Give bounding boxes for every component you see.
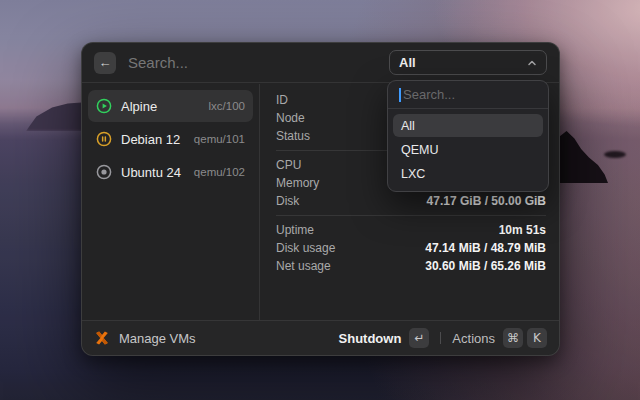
vm-name: Ubuntu 24	[121, 165, 181, 180]
proxmox-icon	[94, 330, 110, 346]
search-input[interactable]: Search...	[128, 54, 188, 71]
filter-popover: Search... All QEMU LXC	[387, 80, 549, 192]
detail-label: Uptime	[276, 223, 314, 237]
filter-option-lxc[interactable]: LXC	[393, 162, 543, 185]
detail-group-divider	[276, 215, 546, 216]
detail-label: Node	[276, 111, 305, 125]
play-circle-icon	[96, 98, 112, 114]
filter-search-input[interactable]: Search...	[388, 81, 548, 109]
primary-action-button[interactable]: Shutdown	[339, 331, 402, 346]
filter-dropdown-trigger[interactable]: All	[389, 50, 547, 75]
detail-value: 10m 51s	[499, 223, 546, 237]
detail-value: 30.60 MiB / 65.26 MiB	[425, 259, 546, 273]
list-item-ubuntu[interactable]: Ubuntu 24 qemu/102	[88, 156, 253, 188]
detail-row-disk-usage: Disk usage 47.14 MiB / 48.79 MiB	[276, 239, 546, 257]
footer-actions: Shutdown ↵ Actions ⌘ K	[339, 328, 547, 348]
pause-circle-icon	[96, 131, 112, 147]
option-label: All	[401, 119, 415, 133]
detail-label: ID	[276, 93, 288, 107]
header-bar: ← Search... All	[82, 43, 559, 83]
return-key-badge: ↵	[409, 328, 429, 348]
vm-id-accessory: lxc/100	[209, 100, 245, 112]
back-button[interactable]: ←	[94, 52, 116, 74]
vm-list: Alpine lxc/100 Debian 12 qemu/101 Ubuntu…	[82, 84, 259, 320]
stop-circle-icon	[96, 164, 112, 180]
option-label: QEMU	[401, 143, 439, 157]
actions-menu-button[interactable]: Actions	[452, 331, 495, 346]
detail-label: CPU	[276, 158, 301, 172]
cmd-key-badge: ⌘	[503, 328, 523, 348]
app-title: Manage VMs	[119, 331, 196, 346]
list-item-alpine[interactable]: Alpine lxc/100	[88, 90, 253, 122]
filter-options: All QEMU LXC	[388, 109, 548, 191]
text-caret	[399, 88, 401, 102]
detail-row-net-usage: Net usage 30.60 MiB / 65.26 MiB	[276, 257, 546, 275]
footer-divider	[440, 332, 441, 344]
filter-search-placeholder: Search...	[403, 87, 455, 102]
chevron-up-icon	[527, 58, 537, 68]
filter-option-all[interactable]: All	[393, 114, 543, 137]
detail-row-disk: Disk 47.17 GiB / 50.00 GiB	[276, 192, 546, 210]
filter-selected-value: All	[399, 55, 416, 70]
detail-row-uptime: Uptime 10m 51s	[276, 221, 546, 239]
vm-id-accessory: qemu/102	[194, 166, 245, 178]
launcher-window: ← Search... All Alpine lxc/100	[81, 42, 560, 356]
detail-label: Disk	[276, 194, 299, 208]
detail-value: 47.14 MiB / 48.79 MiB	[425, 241, 546, 255]
option-label: LXC	[401, 167, 425, 181]
detail-label: Status	[276, 129, 310, 143]
vm-id-accessory: qemu/101	[194, 133, 245, 145]
k-key-badge: K	[527, 328, 547, 348]
list-item-debian[interactable]: Debian 12 qemu/101	[88, 123, 253, 155]
filter-option-qemu[interactable]: QEMU	[393, 138, 543, 161]
detail-label: Memory	[276, 176, 319, 190]
detail-label: Disk usage	[276, 241, 335, 255]
arrow-left-icon: ←	[99, 55, 112, 70]
detail-label: Net usage	[276, 259, 331, 273]
vm-name: Alpine	[121, 99, 157, 114]
footer-bar: Manage VMs Shutdown ↵ Actions ⌘ K	[82, 320, 559, 355]
detail-value: 47.17 GiB / 50.00 GiB	[427, 194, 546, 208]
vm-name: Debian 12	[121, 132, 180, 147]
